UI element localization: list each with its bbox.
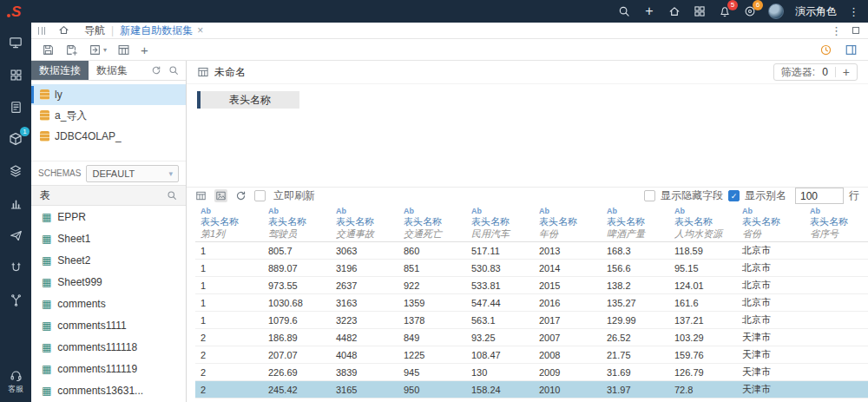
apps-icon[interactable] <box>693 4 707 18</box>
grid-cell: 天津市 <box>737 366 805 379</box>
grid-cell: 3063 <box>331 246 398 256</box>
user-role-name[interactable]: 演示角色 <box>795 4 837 19</box>
grid-row[interactable]: 1805.73063860517.112013168.3118.59北京市 <box>195 242 868 260</box>
history-clock-icon[interactable] <box>819 43 832 56</box>
grid-cell: 860 <box>398 246 466 256</box>
search-tables-icon[interactable] <box>167 190 177 201</box>
table-list-item[interactable]: ▦comments111118 <box>31 336 186 358</box>
row-limit-input[interactable] <box>795 188 844 204</box>
etl-icon[interactable] <box>8 292 23 307</box>
image-view-icon[interactable] <box>214 189 227 202</box>
save-as-icon[interactable] <box>65 43 78 56</box>
table-list-item[interactable]: ▦EPPR <box>31 206 186 227</box>
show-alias-checkbox[interactable]: ✓ <box>728 190 740 201</box>
table-list-item[interactable]: ▦Sheet2 <box>31 249 186 271</box>
grid-cell: 889.07 <box>263 263 331 273</box>
refresh-now-label: 立即刷新 <box>273 188 315 203</box>
connection-name: JDBC4OLAP_ <box>55 130 122 142</box>
grid-cell: 1030.68 <box>263 298 331 308</box>
search-connections-icon[interactable] <box>168 61 179 80</box>
grid-column-header[interactable]: Ab表头名称民用汽车 <box>466 204 534 241</box>
table-list-item[interactable]: ▦comments111119 <box>31 358 186 379</box>
table-icon: ▦ <box>42 212 51 222</box>
show-hidden-checkbox[interactable] <box>644 190 655 201</box>
schema-select[interactable]: DEFAULT ▾ <box>86 165 179 182</box>
dataset-cube-icon[interactable]: 1 <box>8 131 23 147</box>
user-avatar[interactable] <box>768 3 784 19</box>
search-icon[interactable] <box>617 4 631 18</box>
topbar-more-icon[interactable]: ⋮ <box>848 5 859 18</box>
grid-column-header[interactable]: Ab表头名称人均水资源 <box>669 204 737 241</box>
resource-layers-icon[interactable] <box>8 163 23 179</box>
report-icon[interactable] <box>8 99 23 115</box>
table-list-item[interactable]: ▦Sheet1 <box>31 227 186 249</box>
tab-data-connections[interactable]: 数据连接 <box>31 61 89 80</box>
grid-row[interactable]: 11030.6831631359547.442016135.27161.6北京市 <box>195 294 868 312</box>
table-view-icon[interactable] <box>117 43 130 56</box>
home-icon[interactable] <box>667 4 681 18</box>
tab-close-icon[interactable]: × <box>197 24 203 36</box>
grid-column-header[interactable]: Ab表头名称驾驶员 <box>263 204 331 241</box>
database-icon <box>40 110 49 121</box>
grid-cell: 2009 <box>534 367 602 378</box>
layout-panel-icon[interactable] <box>845 43 858 56</box>
nav-home-icon[interactable] <box>51 23 78 39</box>
connection-item[interactable]: a_导入 <box>31 105 186 126</box>
mining-icon[interactable] <box>8 260 23 275</box>
grid-cell: 973.55 <box>263 280 331 291</box>
grid-column-header[interactable]: Ab表头名称第1列 <box>195 204 263 241</box>
grid-row[interactable]: 1889.073196851530.832014156.695.15北京市 <box>195 260 868 277</box>
table-list-item[interactable]: ▦comments <box>31 293 186 314</box>
grid-view-icon[interactable] <box>195 190 207 201</box>
tab-datasets[interactable]: 数据集 <box>89 61 135 80</box>
analysis-chart-icon[interactable] <box>8 195 23 211</box>
grid-column-header[interactable]: Ab表头名称省序号 <box>805 204 868 241</box>
main-area: 未命名 筛选器: 0 + 表头名称 <box>187 61 868 402</box>
chevron-down-icon: ▾ <box>168 169 173 178</box>
filter-divider <box>835 67 836 77</box>
export-icon[interactable]: ▾ <box>89 43 107 56</box>
panel-toggle-icon[interactable] <box>38 27 45 35</box>
grid-column-header[interactable]: Ab表头名称啤酒产量 <box>602 204 669 241</box>
table-list-item[interactable]: ▦comments13631... <box>31 379 186 401</box>
apps-grid-icon[interactable] <box>8 67 23 82</box>
smartbi-logo[interactable]: S <box>7 4 21 19</box>
grid-row[interactable]: 2207.0740481225108.47200821.75159.76天津市 <box>195 346 868 364</box>
field-chip[interactable]: 表头名称 <box>197 91 299 109</box>
grid-row[interactable]: 2226.693839945130200931.69126.79天津市 <box>195 364 868 381</box>
create-plus-icon[interactable]: + <box>642 4 656 18</box>
grid-row[interactable]: 1973.552637922533.812015138.2124.01北京市 <box>195 277 868 294</box>
publish-plane-icon[interactable] <box>8 227 23 243</box>
refresh-now-checkbox[interactable] <box>254 190 266 201</box>
tab-more-icon[interactable]: ⋮ <box>831 24 842 37</box>
support-item[interactable]: 客服 <box>8 369 23 395</box>
grid-body: 1805.73063860517.112013168.3118.59北京市188… <box>195 242 868 399</box>
grid-column-header[interactable]: Ab表头名称年份 <box>534 204 602 241</box>
grid-cell: 72.8 <box>669 385 737 395</box>
monitor-icon[interactable] <box>8 35 23 50</box>
table-list-item[interactable]: ▦comments1111 <box>31 314 186 336</box>
dataset-title-group: 未命名 <box>197 65 246 80</box>
tab-new-dataset[interactable]: 新建自助数据集 × <box>120 23 203 38</box>
table-list-item[interactable]: ▦Sheet999 <box>31 271 186 293</box>
maximize-icon[interactable] <box>852 27 859 34</box>
grid-column-header[interactable]: Ab表头名称省份 <box>737 204 805 241</box>
disc-icon[interactable]: 6 <box>743 4 757 18</box>
add-filter-button[interactable]: + <box>843 66 850 78</box>
grid-row[interactable]: 2245.423165950158.24201031.9772.8天津市 <box>195 381 868 399</box>
nav-label[interactable]: 导航 <box>84 23 105 38</box>
grid-cell: 31.69 <box>602 367 669 378</box>
refresh-grid-icon[interactable] <box>235 190 247 201</box>
grid-column-header[interactable]: Ab表头名称交通死亡 <box>398 204 466 241</box>
connection-item[interactable]: ly <box>31 84 186 105</box>
refresh-connections-icon[interactable] <box>151 61 161 80</box>
grid-cell: 2015 <box>534 280 602 291</box>
grid-column-header[interactable]: Ab表头名称交通事故 <box>331 204 398 241</box>
bell-icon[interactable]: 5 <box>718 4 732 18</box>
grid-row[interactable]: 2186.89448284993.25200726.52103.29天津市 <box>195 329 868 346</box>
dataset-title[interactable]: 未命名 <box>214 65 246 80</box>
add-icon[interactable]: + <box>141 43 148 56</box>
grid-row[interactable]: 11079.632231378563.12017129.99137.21北京市 <box>195 312 868 329</box>
connection-item[interactable]: JDBC4OLAP_ <box>31 126 186 147</box>
save-icon[interactable] <box>42 43 55 56</box>
